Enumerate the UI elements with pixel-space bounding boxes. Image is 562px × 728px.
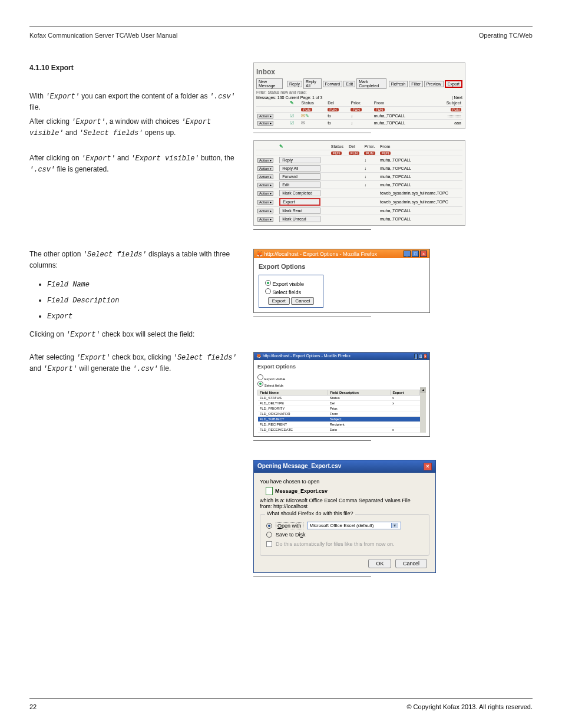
minimize-icon[interactable]: _ xyxy=(414,354,418,359)
menu-edit[interactable]: Edit xyxy=(279,182,320,188)
forward-button[interactable]: Forward xyxy=(323,81,343,87)
menu-export[interactable]: Export xyxy=(279,198,320,206)
check-icon: ☑ xyxy=(290,120,294,126)
select-fields-radio[interactable] xyxy=(265,288,271,294)
p6: After selecting 'Export' check box, clic… xyxy=(29,352,242,374)
menu-forward[interactable]: Forward xyxy=(279,173,320,180)
field-row-selected[interactable]: FLD_SUBJECTSubject xyxy=(258,417,420,422)
scroll-up-icon[interactable]: ▴ xyxy=(420,387,426,393)
new-message-button[interactable]: New Message xyxy=(256,78,283,89)
action-button[interactable]: Action ▸ xyxy=(257,114,273,118)
cancel-button[interactable]: Cancel xyxy=(395,559,427,568)
auto-label: Do this automatically for files like thi… xyxy=(276,541,395,547)
chevron-down-icon[interactable]: ▾ xyxy=(391,523,398,528)
auto-checkbox[interactable] xyxy=(266,541,272,547)
table-row[interactable]: Action ▸ ☑ ✉ to ↓ muha,,TOPCALL aaa xyxy=(256,120,462,127)
bullet-field-name: Field Name xyxy=(47,281,90,289)
cancel-button[interactable]: Cancel xyxy=(291,297,314,305)
pen-icon: ✎ xyxy=(279,144,283,149)
menu-mark-unread[interactable]: Mark Unread xyxy=(279,216,320,222)
menu-reply-all[interactable]: Reply All xyxy=(279,165,320,172)
inbox-title: Inbox xyxy=(256,68,462,76)
p2: After clicking 'Export', a window with c… xyxy=(29,116,242,139)
close-icon[interactable]: × xyxy=(420,251,427,257)
p4: The other option 'Select fields' display… xyxy=(29,249,242,271)
refresh-button[interactable]: Refresh xyxy=(389,81,408,87)
export-visible-radio[interactable] xyxy=(265,280,271,286)
reply-all-button[interactable]: Reply All xyxy=(303,78,322,89)
fieldset-label: What should Firefox do with this file? xyxy=(265,510,355,516)
open-with-label: Open with xyxy=(276,522,303,529)
edit-button[interactable]: Edit xyxy=(343,81,355,87)
field-row[interactable]: FLD_RECEIVEDATEDatex xyxy=(258,427,420,433)
close-icon[interactable]: × xyxy=(424,354,427,359)
bullet-export: Export xyxy=(47,312,72,321)
field-row[interactable]: FLD_ORIGINATORFrom xyxy=(258,411,420,417)
chosen-text: You have chosen to open xyxy=(260,479,429,485)
csv-file-icon xyxy=(266,487,273,495)
pen-icon: ✎ xyxy=(305,113,309,118)
p3: After clicking on 'Export' and 'Export v… xyxy=(29,153,242,175)
field-row[interactable]: FLD_RECIPIENTRecipient xyxy=(258,422,420,427)
from-url: from: http://localhost xyxy=(260,503,429,509)
field-row[interactable]: FLD_DELTYPEDelx xyxy=(258,401,420,406)
bullet-field-desc: Field Description xyxy=(47,297,119,305)
p5: Clicking on 'Export' check box will sele… xyxy=(29,329,242,340)
open-with-radio[interactable] xyxy=(266,523,272,529)
reply-button[interactable]: Reply xyxy=(287,81,302,87)
menu-reply[interactable]: Reply xyxy=(279,157,320,163)
menu-mark-completed[interactable]: Mark Completed xyxy=(279,190,320,196)
export-confirm-button[interactable]: Export xyxy=(268,297,290,305)
pen-icon: ✎ xyxy=(290,100,294,106)
copyright: © Copyright Kofax 2013. All rights reser… xyxy=(406,703,533,710)
filter-button[interactable]: Filter xyxy=(409,81,423,87)
popup2-title: 🦊 http://localhost - Export Options - Mo… xyxy=(256,354,351,359)
filename: Message_Export.csv xyxy=(275,488,328,494)
page-number: 22 xyxy=(29,703,37,710)
field-row[interactable]: FLD_PRIORITYPrior. xyxy=(258,406,420,411)
mark-completed-button[interactable]: Mark Completed xyxy=(356,78,386,89)
export-visible-radio[interactable] xyxy=(257,374,263,380)
maximize-icon[interactable]: □ xyxy=(419,354,422,359)
download-title: Opening Message_Export.csv xyxy=(257,463,341,470)
field-row[interactable]: FLD_STATUSStatusx xyxy=(258,396,420,401)
select-fields-radio[interactable] xyxy=(257,381,263,387)
header-right: Operating TC/Web xyxy=(479,32,533,39)
save-label: Save to Disk xyxy=(276,532,306,538)
export-options-popup: 🦊 http://localhost - Export Options - Mo… xyxy=(253,249,430,313)
intro-paragraph: With 'Export' you can export the content… xyxy=(29,91,242,113)
which-is: which is a: Microsoft Office Excel Comma… xyxy=(260,498,429,503)
minimize-icon[interactable]: _ xyxy=(404,251,411,257)
section-title: 4.1.10 Export xyxy=(29,62,242,73)
close-icon[interactable]: × xyxy=(424,463,432,470)
preview-button[interactable]: Preview xyxy=(424,81,444,87)
export-options-heading: Export Options xyxy=(259,263,425,270)
pager-left: Messages: 130 Current Page: 1 of 3 xyxy=(256,95,322,100)
ok-button[interactable]: OK xyxy=(368,559,391,568)
table-row[interactable]: Action ▸ ☑ ✉✎ to ↓ muha,,TOPCALL :::::::… xyxy=(256,113,462,120)
popup-title: 🦊 http://localhost - Export Options - Mo… xyxy=(256,251,377,257)
header-left: Kofax Communication Server TC/Web User M… xyxy=(29,32,177,39)
save-to-disk-radio[interactable] xyxy=(266,532,272,538)
maximize-icon[interactable]: □ xyxy=(412,251,419,257)
app-select[interactable]: Microsoft Office Excel (default) ▾ xyxy=(307,522,401,529)
check-icon: ☑ xyxy=(290,113,294,118)
page-footer: 22 © Copyright Kofax 2013. All rights re… xyxy=(29,698,533,710)
inbox-screenshot: Inbox New Message Reply Reply All Forwar… xyxy=(253,62,465,129)
pager-right[interactable]: | Next xyxy=(452,95,462,100)
export-button[interactable]: Export xyxy=(445,80,462,88)
menu-mark-read[interactable]: Mark Read xyxy=(279,207,320,214)
export-options-fields-popup: 🦊 http://localhost - Export Options - Mo… xyxy=(253,352,430,437)
filter-status: Filter: Status new and read; xyxy=(256,90,462,94)
open-envelope-icon: ✉ xyxy=(301,120,305,126)
page-header: Kofax Communication Server TC/Web User M… xyxy=(29,32,533,39)
download-dialog: Opening Message_Export.csv × You have ch… xyxy=(253,460,436,573)
action-menu-screenshot: ✎ Status Del Prior. From FUN FUN FUN FUN… xyxy=(253,140,465,226)
